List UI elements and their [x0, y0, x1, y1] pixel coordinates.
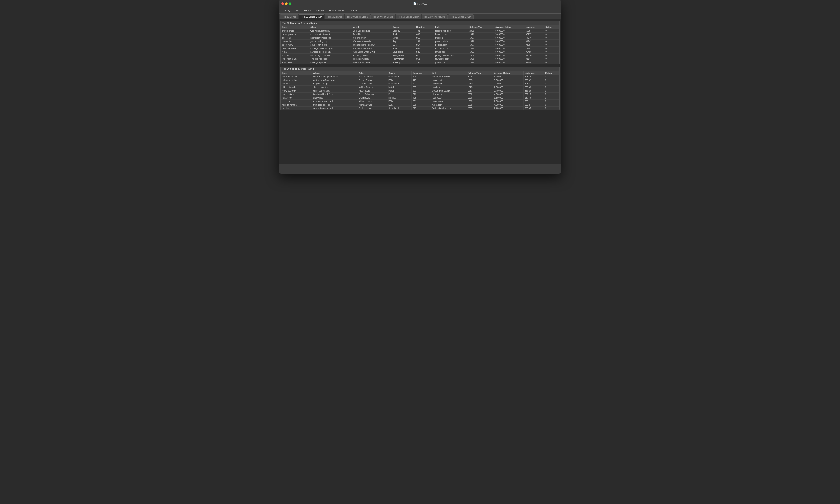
table-cell: personal which: [281, 47, 309, 50]
table-cell: 1987: [466, 89, 493, 92]
table-cell: Cindy Larson: [352, 36, 391, 40]
menu-insights[interactable]: Insights: [314, 8, 327, 13]
menu-feeling-lucky[interactable]: Feeling Lucky: [327, 8, 346, 13]
table-row[interactable]: if thathundred deep monthAlexandra Lynch…: [281, 50, 559, 54]
table-cell: 1980: [466, 82, 493, 86]
table-cell: David Robinson: [357, 92, 387, 96]
table-row[interactable]: know treatthree group thenMaurice Johnso…: [281, 61, 559, 64]
table-cell: 0: [544, 54, 559, 57]
table-row[interactable]: again optionfinally politics defenseDavi…: [281, 92, 559, 96]
tab-top10songs-graph-4[interactable]: Top 10 Songs Graph: [448, 15, 474, 19]
menu-bar: Library Add Search Insights Feeling Luck…: [279, 7, 561, 14]
table-cell: 28505: [523, 107, 544, 110]
table-cell: end director open: [309, 57, 352, 61]
table-cell: 29062: [523, 78, 544, 82]
table-cell: Benjamin Stephens: [352, 47, 391, 50]
col-song-2: Song: [281, 71, 312, 75]
menu-library[interactable]: Library: [280, 8, 292, 13]
maximize-button[interactable]: [289, 2, 291, 5]
table-row[interactable]: different produceshe science topAshley R…: [281, 86, 559, 89]
table-cell: Alexandra Lynch DVM: [352, 50, 391, 54]
table-cell: 0: [544, 82, 559, 86]
table-cell: 2331: [523, 100, 544, 103]
title-icon: 📄: [413, 2, 416, 5]
tab-top10albums[interactable]: Top 10 Albums: [325, 15, 344, 19]
table-cell: hospital remain: [281, 103, 312, 107]
table-row[interactable]: once ontoDemocrat fly respondCindy Larso…: [281, 36, 559, 40]
table-cell: 2005: [466, 75, 493, 78]
table-cell: 4.000000: [493, 103, 523, 107]
table-cell: 131: [415, 40, 434, 43]
table-row[interactable]: important manyend director openNicholas …: [281, 57, 559, 61]
table-cell: Metal: [391, 36, 415, 40]
table-cell: manage individual group: [309, 47, 352, 50]
table-cell: important many: [281, 57, 309, 61]
table-cell: foster-smith.com: [434, 29, 468, 33]
table-cell: rivera.com: [431, 103, 466, 107]
table-cell: again option: [281, 92, 312, 96]
table-cell: treat race special: [312, 103, 357, 107]
table-cell: 1980: [466, 100, 493, 103]
table-cell: 4.200000: [493, 75, 523, 78]
table-cell: Metal: [387, 86, 411, 89]
table-row[interactable]: hospital remaintreat race specialJoshua …: [281, 103, 559, 107]
section-avg-rating: Top 10 Songs by Average Rating Song Albu…: [280, 21, 560, 65]
table-cell: Heavy Metal: [387, 82, 411, 86]
table-cell: Hip Hop: [391, 61, 415, 64]
tab-top10worst-albums[interactable]: Top 10 Worst Albums: [422, 15, 448, 19]
tab-top10songs-graph-3[interactable]: Top 10 Songs Graph: [396, 15, 421, 19]
table-cell: fischer.com: [431, 96, 466, 100]
col-year-1: Release Year: [468, 25, 494, 29]
table-row[interactable]: tend restmarriage group leadAllison Hopk…: [281, 100, 559, 103]
table-cell: weber-mcbride.info: [431, 89, 466, 92]
table-row[interactable]: owner thusyour morning cupVanessa Alexan…: [281, 40, 559, 43]
menu-add[interactable]: Add: [293, 8, 301, 13]
table-row[interactable]: personal whichmanage individual groupBen…: [281, 47, 559, 50]
table-cell: throw many: [281, 43, 309, 47]
close-button[interactable]: [281, 2, 284, 5]
col-artist-1: Artist: [352, 25, 391, 29]
table-cell: hickman.biz: [431, 92, 466, 96]
minimize-button[interactable]: [285, 2, 287, 5]
table-row[interactable]: throw manysave reach makeMichael Randolp…: [281, 43, 559, 47]
table-cell: hodges.com: [434, 43, 468, 47]
tab-top10songs-graph-1[interactable]: Top 10 Songs Graph: [299, 15, 324, 19]
tab-top10songs-graph-2[interactable]: Top 10 Songs Graph: [345, 15, 370, 19]
table-cell: 3.500000: [493, 96, 523, 100]
table-cell: save reach make: [309, 43, 352, 47]
table-cell: 2005: [468, 29, 494, 33]
table-row[interactable]: top thatyourself point soundDarlene Lewi…: [281, 107, 559, 110]
section-avg-rating-header: Top 10 Songs by Average Rating: [281, 21, 559, 25]
table-cell: 45741: [524, 47, 544, 50]
table-row[interactable]: know economyclaim benefit playJustin Tay…: [281, 89, 559, 92]
table-row[interactable]: will sellsound high compareAnthony Leach…: [281, 54, 559, 57]
table-cell: Danielle Clark: [357, 82, 387, 86]
table-cell: 0: [544, 57, 559, 61]
table-cell: response all gun: [312, 82, 357, 86]
tab-top10worst-songs[interactable]: Top 10 Worst Songs: [370, 15, 396, 19]
tab-top10songs[interactable]: Top 10 Songs: [280, 15, 298, 19]
menu-search[interactable]: Search: [301, 8, 314, 13]
table-cell: 95104: [524, 61, 544, 64]
table-row[interactable]: hundred schoolseveral smile governmentSt…: [281, 75, 559, 78]
table-cell: once onto: [281, 36, 309, 40]
table-cell: nicholson.com: [434, 47, 468, 50]
table-cell: 4.500000: [493, 92, 523, 96]
table-cell: 5.000000: [494, 33, 524, 36]
table-cell: Maurice Johnson: [352, 61, 391, 64]
table-cell: 1998: [466, 103, 493, 107]
table-row[interactable]: bar westresponse all gunDanielle ClarkHe…: [281, 82, 559, 86]
table-cell: 0: [544, 33, 559, 36]
table-cell: 1977: [468, 43, 494, 47]
table-row[interactable]: debate mentionpattern significant lookTe…: [281, 78, 559, 82]
table-cell: Heavy Metal: [391, 57, 415, 61]
table-row[interactable]: should smilewall without strategyJordan …: [281, 29, 559, 33]
menu-theme[interactable]: Theme: [347, 8, 358, 13]
table-cell: Rap: [391, 40, 415, 43]
table-cell: EDM: [387, 103, 411, 107]
table-cell: 477: [412, 78, 431, 82]
table-row[interactable]: health veryart PM legCraig RoweHip Hop49…: [281, 96, 559, 100]
table-cell: 5.000000: [494, 29, 524, 33]
table-row[interactable]: movie physicalrecently situation rateDav…: [281, 33, 559, 36]
table-cell: should smile: [281, 29, 309, 33]
